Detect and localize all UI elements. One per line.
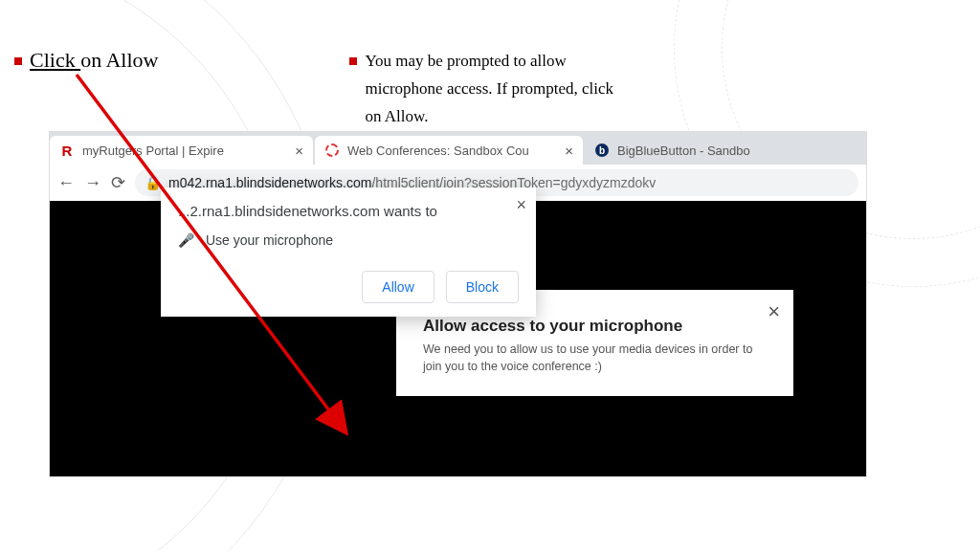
favicon-bbb: b xyxy=(594,143,610,158)
modal-title: Allow access to your microphone xyxy=(423,317,767,336)
permission-ask: Use your microphone xyxy=(206,232,333,248)
back-button[interactable]: ← xyxy=(57,173,75,193)
microphone-icon: 🎤 xyxy=(178,232,194,248)
allow-button[interactable]: Allow xyxy=(362,271,434,303)
block-button[interactable]: Block xyxy=(446,271,519,303)
tab-myrutgers[interactable]: R myRutgers Portal | Expire × xyxy=(50,136,313,165)
close-icon[interactable]: × xyxy=(565,143,573,159)
tab-bbb[interactable]: b BigBlueButton - Sandbo xyxy=(585,136,834,165)
tab-strip: R myRutgers Portal | Expire × Web Confer… xyxy=(50,132,866,165)
bullet-square xyxy=(349,57,357,65)
browser-screenshot: R myRutgers Portal | Expire × Web Confer… xyxy=(50,132,866,476)
instruction-click-allow: Click on Allow xyxy=(30,48,158,73)
tab-label: myRutgers Portal | Expire xyxy=(82,143,224,158)
lock-icon: 🔒 xyxy=(145,175,161,190)
instruction-mic-prompt: You may be prompted to allow microphone … xyxy=(365,48,633,131)
forward-button[interactable]: → xyxy=(84,173,101,193)
permission-popup: × ...2.rna1.blindsidenetworks.com wants … xyxy=(161,187,536,317)
close-icon[interactable]: × xyxy=(295,143,303,159)
tab-webconf[interactable]: Web Conferences: Sandbox Cou × xyxy=(315,136,583,165)
close-icon[interactable]: × xyxy=(516,195,526,215)
favicon-r: R xyxy=(59,143,75,158)
bullet-square xyxy=(14,57,22,65)
close-icon[interactable]: × xyxy=(768,299,780,324)
tab-label: Web Conferences: Sandbox Cou xyxy=(347,143,529,158)
modal-body: We need you to allow us to use your medi… xyxy=(423,342,767,375)
reload-button[interactable]: ⟳ xyxy=(111,172,125,193)
favicon-spinner xyxy=(324,143,340,158)
permission-origin: ...2.rna1.blindsidenetworks.com wants to xyxy=(178,203,519,219)
tab-label: BigBlueButton - Sandbo xyxy=(617,143,750,158)
